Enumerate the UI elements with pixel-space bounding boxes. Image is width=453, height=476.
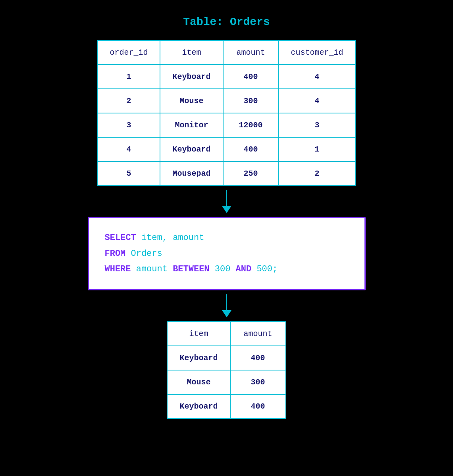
sql-keyword-where: WHERE	[105, 264, 131, 274]
arrow-down-2	[222, 294, 231, 317]
arrow-line	[226, 294, 227, 310]
sql-keyword-between: BETWEEN	[173, 264, 209, 274]
result-cell-amount: 400	[230, 394, 286, 418]
cell-amount: 400	[223, 65, 279, 89]
table-row: Mouse 300	[167, 370, 285, 394]
table-row: Keyboard 400	[167, 346, 285, 370]
col-header-amount: amount	[223, 40, 279, 65]
sql-from-table: Orders	[125, 249, 162, 259]
sql-where-col: amount	[131, 264, 173, 274]
cell-order-id: 4	[97, 137, 160, 161]
col-header-item: item	[160, 40, 223, 65]
table-row: 1 Keyboard 400 4	[97, 65, 355, 89]
page-title: Table: Orders	[183, 16, 270, 28]
cell-item: Mouse	[160, 89, 223, 113]
sql-line-3: WHERE amount BETWEEN 300 AND 500;	[105, 261, 349, 277]
cell-order-id: 2	[97, 89, 160, 113]
result-cell-amount: 400	[230, 346, 286, 370]
source-table-wrapper: order_id item amount customer_id 1 Keybo…	[97, 40, 356, 186]
arrow-head	[222, 310, 231, 317]
table-row: 4 Keyboard 400 1	[97, 137, 355, 161]
cell-item: Keyboard	[160, 137, 223, 161]
result-cell-item: Keyboard	[167, 346, 230, 370]
result-cell-item: Mouse	[167, 370, 230, 394]
cell-order-id: 3	[97, 113, 160, 137]
result-table-wrapper: item amount Keyboard 400 Mouse 300 Keybo…	[167, 321, 286, 419]
sql-keyword-from: FROM	[105, 249, 126, 259]
cell-order-id: 5	[97, 161, 160, 186]
sql-val2: 500;	[251, 264, 278, 274]
sql-val1: 300	[210, 264, 236, 274]
cell-amount: 400	[223, 137, 279, 161]
result-table: item amount Keyboard 400 Mouse 300 Keybo…	[167, 321, 286, 419]
page-container: Table: Orders order_id item amount custo…	[0, 0, 453, 476]
table-row: 3 Monitor 12000 3	[97, 113, 355, 137]
arrow-head	[222, 206, 231, 213]
table-row: 2 Mouse 300 4	[97, 89, 355, 113]
sql-select-cols: item, amount	[136, 233, 204, 243]
arrow-line	[226, 190, 227, 206]
result-cell-amount: 300	[230, 370, 286, 394]
cell-item: Monitor	[160, 113, 223, 137]
sql-line-2: FROM Orders	[105, 246, 349, 262]
cell-item: Mousepad	[160, 161, 223, 186]
cell-customer-id: 2	[279, 161, 356, 186]
col-header-customer-id: customer_id	[279, 40, 356, 65]
cell-amount: 300	[223, 89, 279, 113]
result-col-header-item: item	[167, 322, 230, 346]
col-header-order-id: order_id	[97, 40, 160, 65]
table-row: Keyboard 400	[167, 394, 285, 418]
cell-customer-id: 1	[279, 137, 356, 161]
sql-query-box: SELECT item, amount FROM Orders WHERE am…	[88, 217, 366, 290]
result-cell-item: Keyboard	[167, 394, 230, 418]
arrow-down-1	[222, 190, 231, 213]
sql-keyword-and: AND	[236, 264, 252, 274]
sql-keyword-select: SELECT	[105, 233, 136, 243]
source-table-header-row: order_id item amount customer_id	[97, 40, 355, 65]
cell-customer-id: 4	[279, 65, 356, 89]
source-table: order_id item amount customer_id 1 Keybo…	[97, 40, 356, 186]
cell-item: Keyboard	[160, 65, 223, 89]
cell-amount: 12000	[223, 113, 279, 137]
table-row: 5 Mousepad 250 2	[97, 161, 355, 186]
cell-customer-id: 4	[279, 89, 356, 113]
sql-line-1: SELECT item, amount	[105, 230, 349, 246]
cell-order-id: 1	[97, 65, 160, 89]
cell-customer-id: 3	[279, 113, 356, 137]
result-col-header-amount: amount	[230, 322, 286, 346]
result-table-header-row: item amount	[167, 322, 285, 346]
cell-amount: 250	[223, 161, 279, 186]
